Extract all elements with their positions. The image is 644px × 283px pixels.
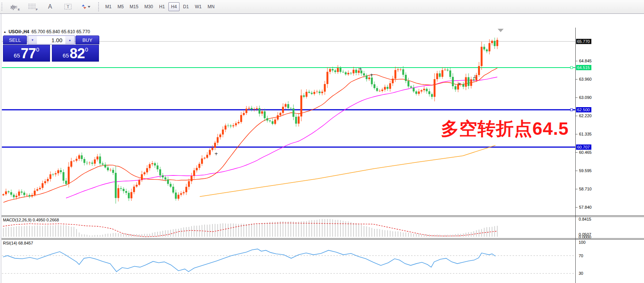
text-label-icon[interactable]: A: [43, 1, 57, 12]
price-level-box: 64.515: [576, 65, 591, 70]
price-level-box: 62.500: [576, 107, 591, 112]
sell-price-box[interactable]: 65770: [3, 45, 50, 62]
buy-price-box[interactable]: 65820: [52, 45, 99, 62]
price-tick: 57.840: [579, 205, 592, 209]
timeframe-button-H1[interactable]: H1: [156, 2, 168, 11]
svg-text:T: T: [67, 4, 69, 9]
timeframe-button-M1[interactable]: M1: [103, 2, 114, 11]
svg-text:+: +: [457, 81, 461, 87]
arrow-objects-icon[interactable]: [79, 1, 93, 12]
price-tick: 60.465: [579, 150, 592, 155]
volume-down-button[interactable]: ▾: [28, 36, 37, 44]
sell-button[interactable]: SELL: [3, 35, 27, 44]
svg-text:+: +: [214, 151, 218, 156]
window-left-edge: [0, 14, 1, 283]
indicator-axis-label: 70: [579, 254, 583, 258]
indicator-axis-label: 0.8415: [579, 217, 591, 221]
volume-up-button[interactable]: ▴: [65, 36, 74, 44]
price-tick: 63.960: [579, 77, 592, 81]
indicator-axis-label: 0.0000: [579, 235, 591, 239]
symbol-label: USOil-,H4: [9, 29, 29, 34]
timeframe-button-M30[interactable]: M30: [142, 2, 156, 11]
rsi-canvas: [0, 239, 577, 283]
price-level-box: 65.770: [576, 39, 591, 44]
pattern-draw-icon[interactable]: E: [7, 1, 21, 12]
text-box-icon[interactable]: T: [61, 1, 75, 12]
svg-text:⊥: ⊥: [473, 74, 476, 79]
timeframe-group: M1M5M15M30H1H4D1W1MN: [102, 2, 218, 11]
chart-annotation-text: 多空转折点64.5: [441, 117, 569, 141]
toolbar-drag-handle[interactable]: [1, 2, 3, 11]
ohlc-values: 65.700 65.840 65.610 65.770: [31, 29, 90, 34]
indicator-axis-label: 30: [579, 271, 583, 276]
chart-title: ▲ USOil-,H4 65.700 65.840 65.610 65.770: [3, 29, 90, 34]
price-axis[interactable]: 64.84563.96063.09062.22061.33560.46559.5…: [576, 28, 644, 216]
volume-spinner: ▾ 1.00 ▴: [28, 35, 75, 44]
price-tick: 59.595: [579, 168, 592, 173]
svg-text:+: +: [358, 66, 362, 72]
axis-separator: [575, 28, 576, 283]
timeframe-button-H4[interactable]: H4: [168, 2, 180, 11]
price-tick: 63.090: [579, 95, 592, 100]
timeframe-button-MN[interactable]: MN: [205, 2, 217, 11]
timeframe-button-W1[interactable]: W1: [192, 2, 204, 11]
volume-input[interactable]: 1.00: [37, 36, 65, 44]
timeframe-button-D1[interactable]: D1: [180, 2, 192, 11]
one-click-trade-panel: SELL ▾ 1.00 ▴ BUY 65770 65820: [3, 35, 99, 62]
chart-area: ++++⊥ ▲ USOil-,H4 65.700 65.840 65.610 6…: [0, 14, 644, 283]
price-tick: 58.710: [579, 187, 592, 191]
macd-label: MACD(12,26,9) 0.4950 0.2668: [3, 218, 59, 222]
trading-terminal: E F A T M1M5M15M30H1H4D1W1MN ++++⊥: [0, 0, 644, 283]
rsi-panel-separator[interactable]: [0, 238, 644, 240]
svg-text:+: +: [370, 72, 373, 78]
price-tick: 64.845: [579, 59, 592, 63]
chart-end-marker-icon: [498, 29, 504, 32]
price-level-box: 60.707: [576, 144, 591, 150]
price-tick: 61.335: [579, 132, 592, 136]
fib-grid-icon[interactable]: F: [25, 1, 39, 12]
rsi-label: RSI(14) 68.8457: [3, 241, 33, 245]
timeframe-button-M15[interactable]: M15: [127, 2, 141, 11]
toolbar-separator: [98, 2, 99, 12]
buy-button[interactable]: BUY: [75, 35, 99, 44]
toolbar: E F A T M1M5M15M30H1H4D1W1MN: [0, 0, 644, 14]
timeframe-button-M5[interactable]: M5: [115, 2, 127, 11]
macd-panel-separator[interactable]: [0, 215, 644, 217]
collapse-arrow-icon[interactable]: ▲: [3, 30, 6, 34]
price-tick: 62.220: [579, 113, 592, 118]
indicator-axis-label: 100: [579, 240, 585, 245]
macd-canvas: [0, 217, 577, 239]
